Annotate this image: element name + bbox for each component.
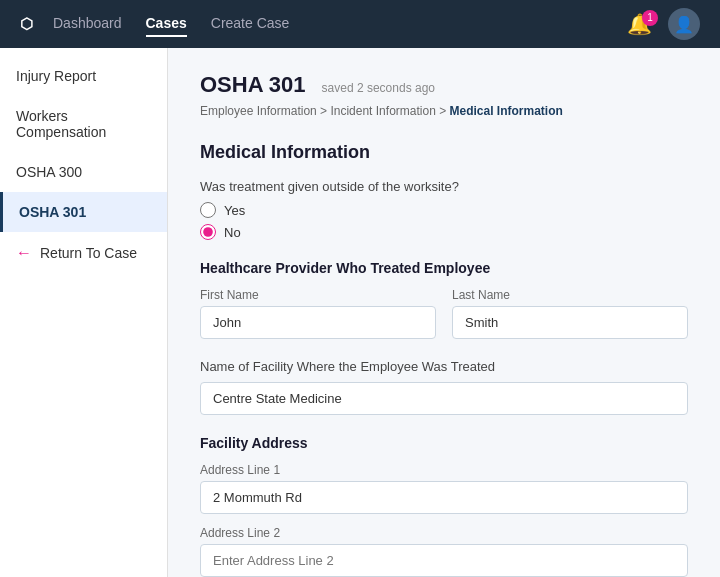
sidebar-item-return-to-case[interactable]: ← Return To Case — [0, 232, 167, 274]
sidebar-label-osha-300: OSHA 300 — [16, 164, 82, 180]
last-name-field: Last Name — [452, 288, 688, 339]
treatment-no-label: No — [224, 225, 241, 240]
name-row: First Name Last Name — [200, 288, 688, 339]
first-name-input[interactable] — [200, 306, 436, 339]
facility-address-title: Facility Address — [200, 435, 688, 451]
address1-input[interactable] — [200, 481, 688, 514]
address1-wrapper: Address Line 1 — [200, 463, 688, 514]
healthcare-section-title: Healthcare Provider Who Treated Employee — [200, 260, 688, 276]
healthcare-provider-group: Healthcare Provider Who Treated Employee… — [200, 260, 688, 339]
breadcrumb-incident: Incident Information — [330, 104, 435, 118]
notification-button[interactable]: 🔔 1 — [627, 14, 652, 34]
return-arrow-icon: ← — [16, 244, 32, 262]
page-title: OSHA 301 — [200, 72, 306, 98]
app-logo: ⬡ — [20, 15, 33, 33]
sidebar-item-workers-compensation[interactable]: Workers Compensation — [0, 96, 167, 152]
last-name-input[interactable] — [452, 306, 688, 339]
sidebar-item-osha-300[interactable]: OSHA 300 — [0, 152, 167, 192]
breadcrumb-sep2: > — [439, 104, 449, 118]
treatment-radio-group: Yes No — [200, 202, 688, 240]
facility-name-group: Name of Facility Where the Employee Was … — [200, 359, 688, 415]
address1-label: Address Line 1 — [200, 463, 688, 477]
facility-address-group: Facility Address Address Line 1 Address … — [200, 435, 688, 577]
sidebar-label-workers-compensation: Workers Compensation — [16, 108, 151, 140]
first-name-field: First Name — [200, 288, 436, 339]
breadcrumb: Employee Information > Incident Informat… — [200, 104, 688, 118]
treatment-no-radio[interactable] — [200, 224, 216, 240]
breadcrumb-employee: Employee Information — [200, 104, 317, 118]
notification-badge: 1 — [642, 10, 658, 26]
address2-input[interactable] — [200, 544, 688, 577]
nav-dashboard[interactable]: Dashboard — [53, 11, 122, 37]
layout: Injury Report Workers Compensation OSHA … — [0, 48, 720, 577]
sidebar-label-injury-report: Injury Report — [16, 68, 96, 84]
first-name-label: First Name — [200, 288, 436, 302]
treatment-yes-radio[interactable] — [200, 202, 216, 218]
page-header: OSHA 301 saved 2 seconds ago — [200, 72, 688, 98]
treatment-no-option[interactable]: No — [200, 224, 688, 240]
treatment-outside-group: Was treatment given outside of the works… — [200, 179, 688, 240]
sidebar: Injury Report Workers Compensation OSHA … — [0, 48, 168, 577]
nav-cases[interactable]: Cases — [146, 11, 187, 37]
facility-name-label: Name of Facility Where the Employee Was … — [200, 359, 688, 374]
sidebar-item-injury-report[interactable]: Injury Report — [0, 56, 167, 96]
nav-icons: 🔔 1 👤 — [627, 8, 700, 40]
breadcrumb-medical: Medical Information — [450, 104, 563, 118]
treatment-yes-label: Yes — [224, 203, 245, 218]
main-content: OSHA 301 saved 2 seconds ago Employee In… — [168, 48, 720, 577]
top-nav: ⬡ Dashboard Cases Create Case 🔔 1 👤 — [0, 0, 720, 48]
avatar[interactable]: 👤 — [668, 8, 700, 40]
address2-wrapper: Address Line 2 — [200, 526, 688, 577]
sidebar-item-osha-301[interactable]: OSHA 301 — [0, 192, 167, 232]
nav-links: Dashboard Cases Create Case — [53, 11, 289, 37]
nav-create-case[interactable]: Create Case — [211, 11, 290, 37]
facility-name-input[interactable] — [200, 382, 688, 415]
sidebar-label-return-to-case: Return To Case — [40, 245, 137, 261]
last-name-label: Last Name — [452, 288, 688, 302]
sidebar-label-osha-301: OSHA 301 — [19, 204, 86, 220]
treatment-outside-label: Was treatment given outside of the works… — [200, 179, 688, 194]
breadcrumb-sep1: > — [320, 104, 330, 118]
treatment-yes-option[interactable]: Yes — [200, 202, 688, 218]
address2-label: Address Line 2 — [200, 526, 688, 540]
saved-indicator: saved 2 seconds ago — [322, 81, 435, 95]
section-title: Medical Information — [200, 142, 688, 163]
